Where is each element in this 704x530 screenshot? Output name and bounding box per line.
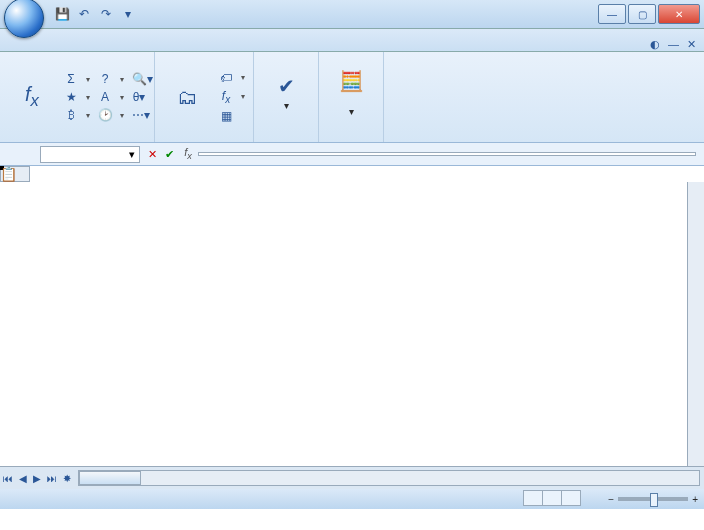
logical-button[interactable]: ? xyxy=(96,71,126,87)
close-button[interactable]: ✕ xyxy=(658,4,700,24)
formula-bar[interactable] xyxy=(198,152,696,156)
clock-icon: 🕑 xyxy=(98,108,112,122)
qat-redo-icon[interactable]: ↷ xyxy=(98,6,114,22)
window-close-icon[interactable]: ✕ xyxy=(687,38,696,51)
text-button[interactable]: A xyxy=(96,89,126,105)
name-manager-icon: 🗂 xyxy=(177,83,197,111)
lookup-icon: 🔍▾ xyxy=(132,72,146,86)
qat-save-icon[interactable]: 💾 xyxy=(54,6,70,22)
paste-options-icon[interactable]: 📋 xyxy=(0,166,17,182)
name-manager-button[interactable]: 🗂 xyxy=(161,56,213,138)
calculation-icon: 🧮 xyxy=(339,67,364,95)
chevron-down-icon[interactable]: ▾ xyxy=(129,148,135,161)
recently-used-button[interactable]: ★ xyxy=(62,89,92,105)
maximize-button[interactable]: ▢ xyxy=(628,4,656,24)
financial-button[interactable]: ₿ xyxy=(62,107,92,123)
name-box[interactable]: ▾ xyxy=(40,146,140,163)
fx-icon: fx xyxy=(25,83,39,111)
more-icon: ⋯▾ xyxy=(132,108,146,122)
sheet-nav-first[interactable]: ⏮ xyxy=(0,473,16,484)
qat-undo-icon[interactable]: ↶ xyxy=(76,6,92,22)
minimize-ribbon-icon[interactable]: — xyxy=(668,38,679,51)
sigma-icon: Σ xyxy=(64,72,78,86)
lookup-button[interactable]: 🔍▾ xyxy=(130,71,148,87)
group-defined-names xyxy=(161,138,247,140)
horizontal-scrollbar[interactable] xyxy=(78,470,700,486)
group-function-library xyxy=(6,138,148,140)
accept-formula-icon[interactable]: ✔ xyxy=(161,148,178,161)
cancel-formula-icon[interactable]: ✕ xyxy=(144,148,161,161)
create-selection-icon: ▦ xyxy=(219,109,233,123)
zoom-slider[interactable]: −+ xyxy=(608,494,698,505)
financial-icon: ₿ xyxy=(64,108,78,122)
sheet-nav-next[interactable]: ▶ xyxy=(30,473,44,484)
more-functions-button[interactable]: ⋯▾ xyxy=(130,107,148,123)
fx-small-icon: fx xyxy=(219,89,233,105)
qat-dropdown-icon[interactable]: ▾ xyxy=(120,6,136,22)
define-name-button[interactable]: 🏷 xyxy=(217,70,247,86)
logical-icon: ? xyxy=(98,72,112,86)
text-icon: A xyxy=(98,90,112,104)
insert-function-button[interactable]: fx xyxy=(6,56,58,138)
minimize-button[interactable]: — xyxy=(598,4,626,24)
audit-icon: ✔ xyxy=(278,72,295,100)
define-name-icon: 🏷 xyxy=(219,71,233,85)
help-icon[interactable]: ◐ xyxy=(650,38,660,51)
sheet-nav-last[interactable]: ⏭ xyxy=(44,473,60,484)
new-sheet-icon[interactable]: ✸ xyxy=(60,473,74,484)
create-from-selection-button[interactable]: ▦ xyxy=(217,108,247,124)
autosum-button[interactable]: Σ xyxy=(62,71,92,87)
fx-label-icon[interactable]: fx xyxy=(178,146,198,161)
math-button[interactable]: θ▾ xyxy=(130,89,148,105)
view-buttons[interactable] xyxy=(523,490,580,508)
sheet-nav-prev[interactable]: ◀ xyxy=(16,473,30,484)
recent-icon: ★ xyxy=(64,90,78,104)
vertical-scrollbar[interactable] xyxy=(687,182,704,466)
use-in-formula-button[interactable]: fx xyxy=(217,88,247,106)
theta-icon: θ▾ xyxy=(132,90,146,104)
datetime-button[interactable]: 🕑 xyxy=(96,107,126,123)
formula-auditing-button[interactable]: ✔ ▾ xyxy=(260,56,312,127)
calculation-button[interactable]: 🧮 ▾ xyxy=(325,56,377,127)
